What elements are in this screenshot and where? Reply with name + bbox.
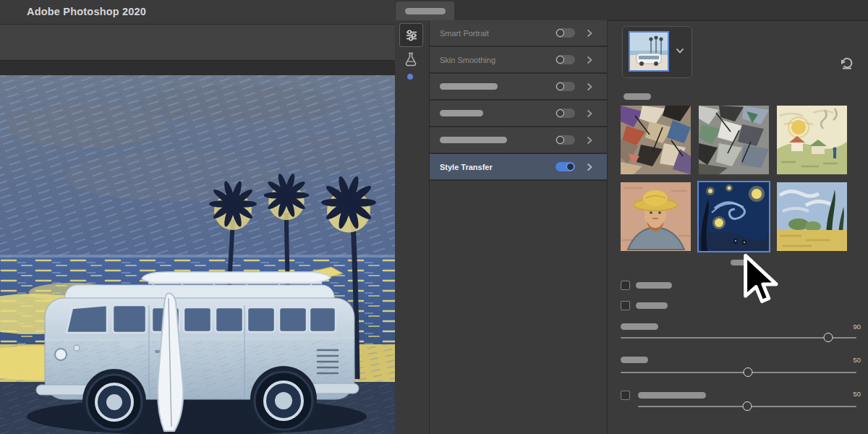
style-thumbnails-grid (621, 106, 847, 251)
slider-value: 50 (829, 390, 861, 398)
redacted-tab-label (405, 8, 446, 14)
style-tile-cubist-abstract-1[interactable] (621, 106, 691, 174)
chevron-right-icon[interactable] (587, 163, 592, 171)
slider-track[interactable] (621, 337, 856, 339)
redacted-option-label (636, 302, 668, 309)
toggle-off[interactable] (556, 109, 575, 118)
slider-value: 50 (829, 356, 861, 364)
checkbox-unchecked[interactable] (621, 301, 630, 310)
toggle-on[interactable] (556, 162, 575, 171)
chevron-right-icon[interactable] (587, 136, 592, 145)
slider-value: 90 (829, 323, 861, 331)
left-icon-rail (395, 20, 430, 434)
checkbox-unchecked[interactable] (621, 281, 630, 290)
filter-row-redacted-3[interactable] (430, 127, 607, 154)
style-tile-van-gogh-starry-night[interactable] (699, 182, 769, 251)
style-tile-cubist-abstract-2[interactable] (699, 106, 769, 174)
redacted-slider-label (638, 392, 706, 399)
adjustments-icon[interactable] (399, 23, 423, 47)
dialog-header (395, 0, 868, 21)
redacted-option-label (636, 282, 672, 289)
photoshop-app: Adobe Photoshop 2020 (0, 0, 868, 434)
option-row-2 (621, 301, 668, 310)
checkbox-unchecked[interactable] (621, 391, 630, 400)
window-title: Adobe Photoshop 2020 (27, 6, 146, 17)
toggle-off[interactable] (556, 82, 575, 91)
chevron-down-icon[interactable] (676, 48, 684, 54)
slider-thumb[interactable] (743, 401, 752, 411)
toggle-off[interactable] (556, 28, 575, 38)
redacted-filter-label (440, 137, 507, 143)
chevron-right-icon[interactable] (587, 29, 592, 38)
filter-label: Smart Portrait (440, 29, 489, 38)
style-tile-van-gogh-cottages[interactable] (777, 106, 847, 174)
redacted-slider-label (621, 357, 648, 363)
preview-selector[interactable] (622, 26, 692, 78)
canvas-gutter (0, 61, 395, 75)
neural-filters-dialog: Smart Portrait Skin Smoothing (395, 0, 868, 434)
chevron-right-icon[interactable] (587, 56, 592, 64)
filter-label: Skin Smoothing (440, 56, 495, 64)
beaker-icon[interactable] (403, 51, 419, 68)
style-tile-van-gogh-self-portrait[interactable] (621, 182, 691, 251)
style-tile-van-gogh-wheat-field[interactable] (777, 182, 847, 251)
redacted-selected-style-label (731, 260, 748, 265)
dialog-tab-redacted[interactable] (396, 1, 454, 20)
slider-thumb[interactable] (823, 333, 833, 342)
chevron-right-icon[interactable] (587, 109, 592, 118)
reset-button[interactable] (838, 54, 856, 72)
filter-row-smart-portrait[interactable]: Smart Portrait (430, 20, 607, 47)
filter-row-style-transfer[interactable]: Style Transfer (430, 154, 607, 181)
filter-row-redacted-2[interactable] (430, 101, 607, 127)
redacted-filter-label (440, 110, 483, 116)
titlebar: Adobe Photoshop 2020 (0, 0, 395, 25)
redacted-filter-label (440, 83, 498, 90)
chevron-right-icon[interactable] (587, 82, 592, 91)
toggle-off[interactable] (556, 55, 575, 64)
original-image-thumbnail[interactable] (629, 31, 669, 72)
slider-thumb[interactable] (744, 367, 753, 377)
redacted-section-label (624, 93, 651, 100)
panel-divider (607, 20, 608, 434)
option-row-1 (621, 281, 672, 290)
blue-dot-indicator[interactable] (407, 74, 413, 80)
canvas-image-style-transfer-result[interactable] (0, 75, 395, 434)
redacted-slider-label (621, 323, 658, 330)
options-bar (0, 25, 395, 61)
slider-track[interactable] (638, 406, 856, 407)
filter-row-skin-smoothing[interactable]: Skin Smoothing (430, 47, 607, 74)
photoshop-window: Adobe Photoshop 2020 (0, 0, 395, 434)
slider-track[interactable] (621, 372, 856, 373)
filter-list: Smart Portrait Skin Smoothing (430, 20, 607, 181)
filter-label: Style Transfer (440, 163, 493, 171)
toggle-off[interactable] (556, 135, 575, 145)
filter-row-redacted-1[interactable] (430, 74, 607, 101)
